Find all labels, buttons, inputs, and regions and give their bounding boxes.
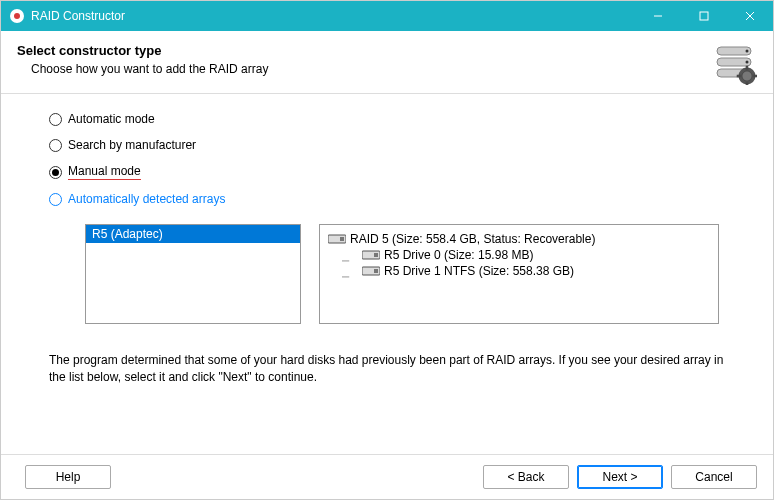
svg-rect-3 xyxy=(700,12,708,20)
wizard-footer: Help < Back Next > Cancel xyxy=(1,454,773,499)
svg-rect-21 xyxy=(374,253,378,257)
radio-manual[interactable] xyxy=(49,166,62,179)
radio-automatic[interactable] xyxy=(49,113,62,126)
tree-child-label: R5 Drive 0 (Size: 15.98 MB) xyxy=(384,248,533,262)
radio-auto-detect[interactable] xyxy=(49,193,62,206)
svg-rect-17 xyxy=(754,75,757,77)
radio-search-manufacturer[interactable] xyxy=(49,139,62,152)
option-label: Manual mode xyxy=(68,164,141,180)
array-tree-panel[interactable]: RAID 5 (Size: 558.4 GB, Status: Recovera… xyxy=(319,224,719,324)
drive-icon xyxy=(362,249,380,261)
page-subtitle: Choose how you want to add the RAID arra… xyxy=(31,62,707,76)
option-manual[interactable]: Manual mode xyxy=(49,164,725,180)
help-button[interactable]: Help xyxy=(25,465,111,489)
svg-point-1 xyxy=(14,13,20,19)
window-title: RAID Constructor xyxy=(31,9,635,23)
content-area: Automatic mode Search by manufacturer Ma… xyxy=(1,94,773,454)
option-automatic[interactable]: Automatic mode xyxy=(49,112,725,126)
tree-child[interactable]: ⎯ R5 Drive 1 NTFS (Size: 558.38 GB) xyxy=(342,263,710,279)
option-label: Search by manufacturer xyxy=(68,138,196,152)
wizard-header: Select constructor type Choose how you w… xyxy=(1,31,773,94)
option-label: Automatic mode xyxy=(68,112,155,126)
svg-rect-19 xyxy=(340,237,344,241)
tree-connector-icon: ⎯ xyxy=(342,264,362,278)
drive-icon xyxy=(362,265,380,277)
svg-point-9 xyxy=(746,61,749,64)
tree-root-label: RAID 5 (Size: 558.4 GB, Status: Recovera… xyxy=(350,232,595,246)
option-search-manufacturer[interactable]: Search by manufacturer xyxy=(49,138,725,152)
tree-child[interactable]: ⎯ R5 Drive 0 (Size: 15.98 MB) xyxy=(342,247,710,263)
tree-connector-icon: ⎯ xyxy=(342,248,362,262)
close-button[interactable] xyxy=(727,1,773,31)
array-list-item[interactable]: R5 (Adaptec) xyxy=(86,225,300,243)
array-list-panel[interactable]: R5 (Adaptec) xyxy=(85,224,301,324)
tree-child-label: R5 Drive 1 NTFS (Size: 558.38 GB) xyxy=(384,264,574,278)
next-button[interactable]: Next > xyxy=(577,465,663,489)
svg-rect-14 xyxy=(746,66,748,69)
svg-rect-23 xyxy=(374,269,378,273)
svg-point-13 xyxy=(742,71,752,81)
svg-point-7 xyxy=(746,50,749,53)
app-icon xyxy=(9,8,25,24)
titlebar: RAID Constructor xyxy=(1,1,773,31)
maximize-button[interactable] xyxy=(681,1,727,31)
minimize-button[interactable] xyxy=(635,1,681,31)
svg-rect-16 xyxy=(737,75,740,77)
cancel-button[interactable]: Cancel xyxy=(671,465,757,489)
back-button[interactable]: < Back xyxy=(483,465,569,489)
description-text: The program determined that some of your… xyxy=(49,352,725,386)
drive-icon xyxy=(328,233,346,245)
option-auto-detect[interactable]: Automatically detected arrays xyxy=(49,192,725,206)
raid-decor-icon xyxy=(715,43,757,85)
page-title: Select constructor type xyxy=(17,43,707,58)
svg-rect-15 xyxy=(746,83,748,85)
tree-root[interactable]: RAID 5 (Size: 558.4 GB, Status: Recovera… xyxy=(328,231,710,247)
option-label: Automatically detected arrays xyxy=(68,192,225,206)
